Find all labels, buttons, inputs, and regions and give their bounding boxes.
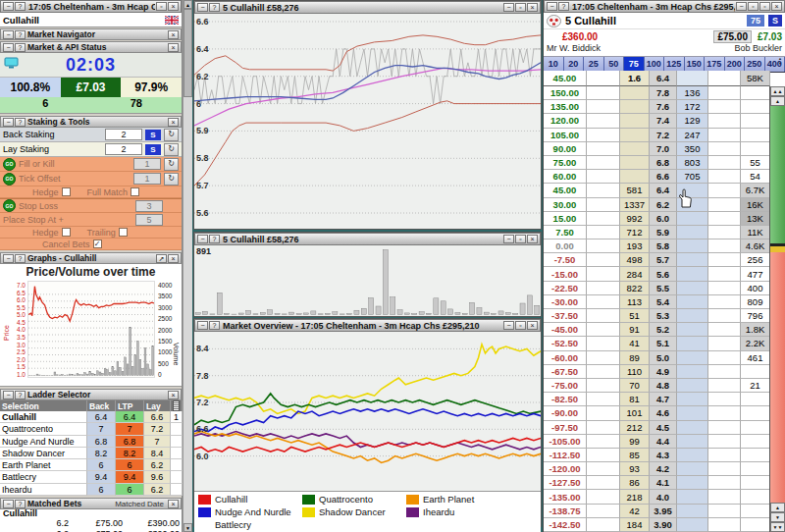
ladder-back-queue-cell[interactable] — [620, 114, 650, 128]
ladder-spacer2-cell[interactable] — [708, 393, 741, 406]
ladder-spacer-cell[interactable] — [587, 505, 620, 518]
selector-row[interactable]: Shadow Dancer 8.2 8.2 8.4 — [0, 448, 182, 459]
ladder-back-queue-cell[interactable] — [620, 129, 650, 142]
selection-column-header[interactable]: Selection — [0, 400, 87, 411]
ladder-back-queue-cell[interactable]: 86 — [620, 476, 650, 490]
ladder-back-queue-cell[interactable]: 85 — [620, 449, 650, 462]
ladder-spacer-cell[interactable] — [587, 323, 620, 337]
lay-price-cell[interactable]: 7 — [144, 436, 171, 448]
lay-price-cell[interactable]: 6.6 — [144, 411, 171, 423]
ladder-lay-queue-cell[interactable] — [677, 406, 708, 420]
scroll-up-icon[interactable]: ▲ — [183, 0, 192, 9]
ladder-back-queue-cell[interactable]: 113 — [620, 295, 650, 309]
help-icon[interactable]: ? — [209, 235, 220, 243]
minimize-icon[interactable]: − — [503, 321, 514, 330]
runner-name-cell[interactable]: Quattrocento — [0, 423, 87, 435]
runner-name-cell[interactable]: Shadow Dancer — [0, 448, 87, 459]
selector-row[interactable]: Nudge And Nurdle 6.8 6.8 7 — [0, 436, 182, 448]
back-staking-input[interactable]: 2 — [105, 129, 142, 140]
ladder-spacer2-cell[interactable] — [708, 435, 741, 449]
full-match-checkbox[interactable] — [131, 187, 139, 196]
ladder-spacer-cell[interactable] — [587, 170, 620, 184]
collapse-icon[interactable]: − — [197, 321, 208, 330]
collapse-icon[interactable]: − — [547, 2, 557, 11]
ladder-spacer2-cell[interactable] — [708, 282, 741, 295]
stake-preset-button[interactable]: 150 — [685, 57, 706, 72]
ladder-spacer-cell[interactable] — [587, 337, 620, 350]
ladder-lay-queue-cell[interactable] — [677, 253, 708, 267]
ladder-spacer-cell[interactable] — [587, 239, 620, 253]
matched-date-label[interactable]: Matched Date — [115, 500, 164, 508]
ladder-spacer-cell[interactable] — [587, 253, 620, 267]
lay-price-cell[interactable]: 9.6 — [144, 471, 171, 483]
close-icon[interactable]: × — [527, 3, 538, 12]
ladder-lay-queue-cell[interactable]: 803 — [677, 156, 708, 170]
restore-icon[interactable]: ▫ — [515, 321, 526, 330]
go-icon[interactable]: GO — [3, 199, 16, 212]
close-icon[interactable]: × — [168, 43, 179, 52]
fok-refresh-icon[interactable]: ↻ — [164, 158, 179, 171]
ladder-spacer2-cell[interactable] — [708, 476, 741, 490]
close-icon[interactable]: × — [168, 118, 179, 127]
ladder-lay-queue-cell[interactable] — [677, 490, 708, 504]
ladder-spacer-cell[interactable] — [587, 365, 620, 379]
ladder-lay-queue-cell[interactable]: 136 — [677, 86, 708, 100]
collapse-icon[interactable]: − — [3, 118, 14, 127]
ladder-spacer-cell[interactable] — [587, 114, 620, 128]
matched-bet-row[interactable]: 6.2 £75.00 £390.00 — [0, 518, 182, 529]
ladder-spacer-cell[interactable] — [587, 421, 620, 435]
ladder-spacer2-cell[interactable] — [708, 184, 741, 197]
go-icon[interactable]: GO — [3, 158, 16, 171]
stake-preset-button[interactable]: 50 — [604, 57, 625, 72]
close-icon[interactable]: × — [168, 391, 179, 399]
ladder-lay-queue-cell[interactable] — [677, 267, 708, 281]
ladder-spacer2-cell[interactable] — [708, 212, 741, 226]
trailing-checkbox[interactable] — [119, 228, 128, 237]
restore-icon[interactable]: ▫ — [515, 3, 526, 12]
ladder-back-queue-cell[interactable]: 41 — [620, 337, 650, 350]
stake-preset-button[interactable]: 250 — [745, 57, 765, 72]
scroll-thumb[interactable] — [183, 9, 192, 97]
hedge-checkbox[interactable] — [62, 187, 71, 196]
cancel-bets-checkbox[interactable]: ✓ — [93, 239, 102, 248]
lay-refresh-icon[interactable]: ↻ — [164, 143, 179, 156]
place-stop-input[interactable]: 5 — [135, 214, 163, 226]
selector-row[interactable]: Iheardu 6 6 6.2 — [0, 484, 182, 496]
ladder-lay-queue-cell[interactable] — [677, 198, 708, 212]
ladder-spacer2-cell[interactable] — [708, 518, 741, 532]
ladder-spacer2-cell[interactable] — [708, 267, 741, 281]
back-price-cell[interactable]: 6.8 — [87, 436, 116, 448]
api-status-header[interactable]: − ? Market & API Status × — [0, 41, 182, 53]
market-navigator-header[interactable]: − ? Market Navigator × — [0, 28, 182, 40]
ladder-lay-queue-cell[interactable]: 247 — [677, 129, 708, 142]
ladder-back-queue-cell[interactable]: 110 — [620, 365, 650, 379]
back-column-header[interactable]: Back — [87, 400, 116, 411]
ladder-lay-queue-cell[interactable] — [677, 393, 708, 406]
ladder-lay-queue-cell[interactable] — [677, 337, 708, 350]
back-refresh-icon[interactable]: ↻ — [164, 129, 179, 141]
close-icon[interactable]: × — [527, 321, 538, 330]
ladder-selector-header[interactable]: − ? Ladder Selector × — [0, 389, 182, 400]
ladder-spacer2-cell[interactable] — [708, 323, 741, 337]
close-icon[interactable]: × — [771, 2, 782, 11]
ladder-spacer2-cell[interactable] — [708, 379, 741, 393]
ladder-back-queue-cell[interactable]: 89 — [620, 351, 650, 365]
ladder-back-queue-cell[interactable]: 1337 — [620, 198, 650, 212]
help-icon[interactable]: ? — [15, 500, 26, 508]
lay-price-cell[interactable]: 7.2 — [144, 423, 171, 435]
ladder-back-queue-cell[interactable]: 712 — [620, 226, 650, 239]
restore-icon[interactable]: ▫ — [515, 235, 526, 243]
ladder-spacer2-cell[interactable] — [708, 351, 741, 365]
ladder-spacer-cell[interactable] — [587, 379, 620, 393]
ladder-spacer2-cell[interactable] — [708, 505, 741, 518]
help-icon[interactable]: ? — [558, 2, 569, 11]
back-price-cell[interactable]: 6 — [87, 459, 116, 471]
ladder-back-queue-cell[interactable]: 498 — [620, 253, 650, 267]
stake-row-icons[interactable]: ▲▼ — [775, 56, 785, 71]
ladder-spacer2-cell[interactable] — [708, 337, 741, 350]
ladder-back-queue-cell[interactable]: 212 — [620, 421, 650, 435]
ladder-spacer2-cell[interactable] — [708, 198, 741, 212]
ladder-spacer2-cell[interactable] — [708, 129, 741, 142]
ladder-spacer-cell[interactable] — [587, 212, 620, 226]
collapse-icon[interactable]: − — [3, 391, 14, 399]
